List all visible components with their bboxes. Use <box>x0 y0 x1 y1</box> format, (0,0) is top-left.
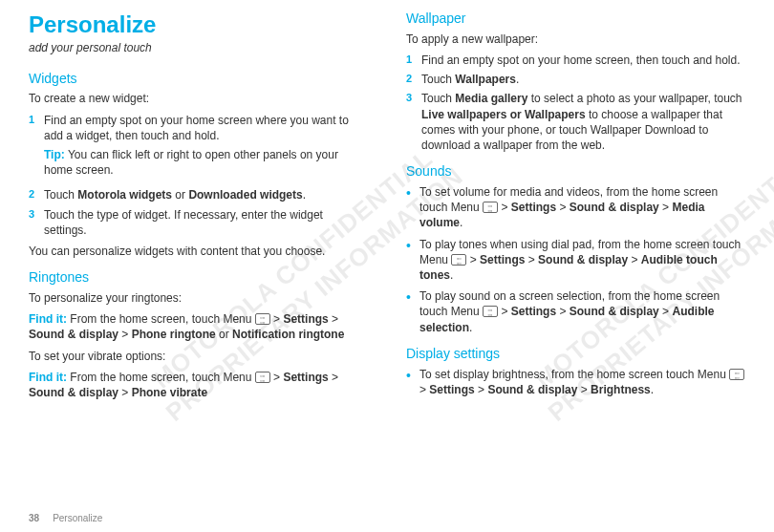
wallpaper-steps: 1 Find an empty spot on your home screen… <box>406 53 745 153</box>
text: . <box>516 73 519 86</box>
widgets-steps: 1 Find an empty spot on your home screen… <box>29 113 368 238</box>
text: or <box>172 188 188 202</box>
widgets-heading: Widgets <box>29 70 368 88</box>
bold: Sound & display <box>487 383 577 396</box>
wallpaper-intro: To apply a new wallpaper: <box>406 32 745 47</box>
bold: Sound & display <box>570 201 659 214</box>
bold: Sound & display <box>29 328 118 341</box>
step-text: Find an empty spot on your home screen, … <box>421 53 745 68</box>
step-number: 2 <box>406 72 421 87</box>
page-footer: 38Personalize <box>29 512 102 525</box>
list-item: To set volume for media and videos, from… <box>406 184 745 231</box>
bold: Settings <box>429 383 474 396</box>
bold: Settings <box>511 201 556 214</box>
tip-text: You can flick left or right to open othe… <box>44 148 338 177</box>
menu-icon <box>451 254 466 266</box>
list-item: 1 Find an empty spot on your home screen… <box>29 113 368 184</box>
step-text: Find an empty spot on your home screen w… <box>44 114 349 142</box>
step-number: 2 <box>29 187 44 202</box>
list-item: To play tones when using dial pad, from … <box>406 237 745 284</box>
text: . <box>651 383 654 396</box>
bold: Downloaded widgets <box>188 188 302 202</box>
text: > <box>498 201 511 214</box>
list-item: 2 Touch Motorola widgets or Downloaded w… <box>29 187 368 202</box>
text: > <box>419 383 429 396</box>
text: . <box>469 321 472 334</box>
text: Touch <box>421 92 455 105</box>
list-item: 3 Touch Media gallery to select a photo … <box>406 91 745 153</box>
page-section: Personalize <box>53 513 102 523</box>
bold: Media gallery <box>455 92 527 105</box>
display-heading: Display settings <box>406 345 745 363</box>
step-text: Touch the type of widget. If necessary, … <box>44 207 368 238</box>
bold: Motorola widgets <box>77 188 172 202</box>
menu-icon <box>255 372 270 383</box>
text: To set display brightness, from the home… <box>419 368 729 381</box>
menu-icon <box>483 202 498 213</box>
text: Touch <box>421 73 455 86</box>
bold: Brightness <box>591 383 651 396</box>
step-number: 3 <box>29 207 44 238</box>
sounds-list: To set volume for media and videos, from… <box>406 184 745 335</box>
ringtones-intro: To personalize your ringtones: <box>29 290 368 306</box>
vibrate-intro: To set your vibrate options: <box>29 349 368 364</box>
ringtones-path-2: Find it: From the home screen, touch Men… <box>29 370 368 400</box>
text: . <box>303 188 306 202</box>
text: From the home screen, touch Menu <box>67 371 255 384</box>
sounds-heading: Sounds <box>406 162 745 181</box>
page-number: 38 <box>29 513 39 523</box>
text: From the home screen, touch Menu <box>67 312 255 326</box>
ringtones-path-1: Find it: From the home screen, touch Men… <box>29 311 368 342</box>
list-item: To set display brightness, from the home… <box>406 367 745 397</box>
tip-label: Tip: <box>44 148 65 161</box>
list-item: 3 Touch the type of widget. If necessary… <box>29 207 368 238</box>
text: to select a photo as your wallpaper, tou… <box>527 92 742 105</box>
widgets-intro: To create a new widget: <box>29 91 368 106</box>
text: Touch <box>44 188 77 202</box>
bold: Live wallpapers or Wallpapers <box>421 108 586 121</box>
bold: Sound & display <box>538 253 628 266</box>
text: > <box>273 312 283 326</box>
bold: Notification ringtone <box>232 328 344 341</box>
bold: Phone ringtone <box>132 328 216 341</box>
findit-label: Find it: <box>29 371 67 384</box>
bold: Settings <box>511 305 556 318</box>
bold: Sound & display <box>570 305 659 318</box>
right-column: Wallpaper To apply a new wallpaper: 1 Fi… <box>406 10 745 406</box>
menu-icon <box>729 369 744 380</box>
text: or <box>216 328 232 341</box>
menu-icon <box>255 313 270 325</box>
text: > <box>273 371 283 384</box>
display-list: To set display brightness, from the home… <box>406 367 745 397</box>
page-subtitle: add your personal touch <box>29 40 368 55</box>
text: . <box>460 216 462 229</box>
list-item: To play sound on a screen selection, fro… <box>406 288 745 335</box>
bold: Phone vibrate <box>132 386 207 399</box>
ringtones-heading: Ringtones <box>29 268 368 287</box>
step-number: 3 <box>406 91 421 153</box>
text: > <box>466 253 480 266</box>
bold: Sound & display <box>29 386 118 399</box>
page-columns: Personalize add your personal touch Widg… <box>29 10 745 406</box>
findit-label: Find it: <box>29 312 67 326</box>
wallpaper-heading: Wallpaper <box>406 10 745 28</box>
bold: Settings <box>283 312 328 326</box>
text: > <box>498 305 511 318</box>
widgets-outro: You can personalize widgets with content… <box>29 244 368 259</box>
left-column: Personalize add your personal touch Widg… <box>29 10 368 406</box>
menu-icon <box>483 306 498 317</box>
bold: Settings <box>480 253 525 266</box>
page-title: Personalize <box>29 10 368 40</box>
list-item: 1 Find an empty spot on your home screen… <box>406 53 745 68</box>
step-number: 1 <box>406 53 421 68</box>
text: . <box>450 268 453 282</box>
bold: Wallpapers <box>455 73 516 86</box>
list-item: 2 Touch Wallpapers. <box>406 72 745 87</box>
step-number: 1 <box>29 113 44 184</box>
bold: Settings <box>283 371 328 384</box>
